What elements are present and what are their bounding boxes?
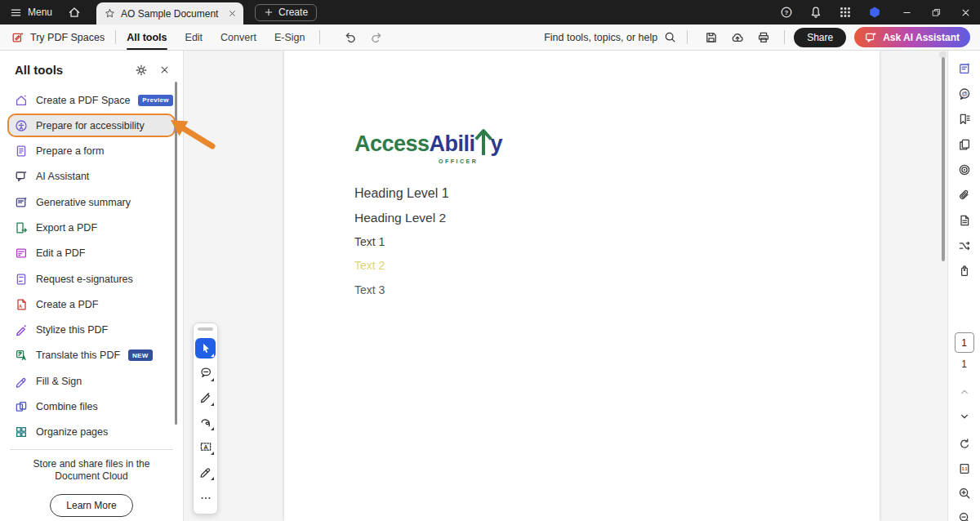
home-button[interactable] <box>60 0 88 24</box>
divider <box>784 30 785 44</box>
zoom-out-button[interactable] <box>954 507 975 521</box>
upload-cloud-button[interactable] <box>726 26 749 49</box>
sidebar-item-translate-this-pdf[interactable]: Translate this PDF NEW <box>7 344 176 367</box>
share-button[interactable]: Share <box>794 28 846 47</box>
form-icon <box>15 145 28 158</box>
sidebar-item-prepare-a-form[interactable]: Prepare a form <box>7 140 176 163</box>
acrobat-logo <box>864 0 885 24</box>
sidebar-item-create-a-pdf[interactable]: Create a PDF <box>7 292 176 316</box>
gear-icon[interactable] <box>135 64 148 77</box>
sidebar-item-request-esignatures[interactable]: Request e-signatures <box>7 267 176 291</box>
pdf-space-icon <box>15 94 28 107</box>
chevron-down-icon <box>958 410 971 423</box>
logo-part-abili: Abili <box>430 133 475 155</box>
undo-icon[interactable] <box>344 30 358 44</box>
cursor-icon <box>199 341 212 354</box>
sidebar-item-prepare-for-accessibility[interactable]: Prepare for accessibility <box>7 114 176 137</box>
logo-part-y: y <box>491 133 503 155</box>
titlebar: Menu AO Sample Document Create <box>0 0 980 24</box>
toolbar: Try PDF Spaces All tools Edit Convert E-… <box>0 24 980 51</box>
learn-more-button[interactable]: Learn More <box>50 494 132 517</box>
page-thumbnails-button[interactable] <box>953 133 976 156</box>
star-icon[interactable] <box>105 8 115 19</box>
divider <box>687 30 688 44</box>
toolbar-drag-handle[interactable] <box>198 327 213 331</box>
apps-button[interactable] <box>835 0 856 24</box>
more-tools-button[interactable] <box>195 488 216 508</box>
search-input[interactable] <box>528 32 657 43</box>
sidebar-item-edit-a-pdf[interactable]: Edit a PDF <box>7 242 176 265</box>
close-window-button[interactable] <box>951 0 980 24</box>
help-icon <box>780 6 793 19</box>
tags-button[interactable] <box>953 260 976 283</box>
redo-icon[interactable] <box>369 30 383 44</box>
zoom-out-icon <box>958 511 971 521</box>
select-tool-button[interactable] <box>195 338 216 358</box>
restore-icon <box>931 7 942 18</box>
next-page-button[interactable] <box>954 406 975 427</box>
previous-page-button[interactable] <box>954 381 975 403</box>
document-scrollbar[interactable] <box>939 51 947 521</box>
pages-icon <box>958 138 971 151</box>
home-icon <box>68 6 81 19</box>
pencil-icon <box>199 390 212 403</box>
comment-icon <box>199 366 212 379</box>
sidebar-item-combine-files[interactable]: Combine files <box>7 395 176 419</box>
sidebar-item-generative-summary[interactable]: Generative summary <box>7 190 176 214</box>
try-pdf-spaces-button[interactable]: Try PDF Spaces <box>0 31 105 44</box>
search-icon[interactable] <box>664 31 676 43</box>
document-tab[interactable]: AO Sample Document <box>96 2 243 24</box>
actions-button[interactable] <box>953 234 976 257</box>
layers-button[interactable] <box>953 209 976 232</box>
plus-icon <box>264 7 274 17</box>
sidebar-scrollbar[interactable] <box>175 82 177 425</box>
ask-ai-assistant-button[interactable]: Ask AI Assistant <box>854 27 970 47</box>
sidebar-item-organize-pages[interactable]: Organize pages <box>7 421 176 444</box>
toolbar-tabs: All tools Edit Convert E-Sign <box>127 24 305 50</box>
highlight-tool-button[interactable] <box>195 387 216 407</box>
item-label: Export a PDF <box>36 222 97 234</box>
help-button[interactable] <box>776 0 797 24</box>
add-comment-tool-button[interactable] <box>195 363 216 383</box>
restore-button[interactable] <box>921 0 951 24</box>
notifications-button[interactable] <box>805 0 826 24</box>
divider <box>10 449 173 450</box>
new-badge: NEW <box>128 350 153 361</box>
preview-badge: Preview <box>138 95 172 106</box>
fill-sign-tool-button[interactable] <box>195 461 216 482</box>
find-tools-search[interactable] <box>528 31 676 43</box>
page-view-button[interactable] <box>954 458 975 479</box>
generative-summary-panel-button[interactable] <box>953 57 976 80</box>
draw-tool-button[interactable] <box>195 412 216 432</box>
scrollbar-thumb[interactable] <box>942 57 945 261</box>
document-tab-title: AO Sample Document <box>121 8 222 20</box>
sidebar-item-export-a-pdf[interactable]: Export a PDF <box>7 216 176 239</box>
tab-convert[interactable]: Convert <box>220 24 256 50</box>
create-pdf-icon <box>15 298 28 311</box>
toolbar-right: Share Ask AI Assistant <box>528 26 980 49</box>
tab-esign[interactable]: E-Sign <box>274 24 305 50</box>
tab-edit[interactable]: Edit <box>185 24 203 50</box>
attachments-button[interactable] <box>953 184 976 207</box>
add-text-tool-button[interactable] <box>195 436 216 456</box>
create-tab-button[interactable]: Create <box>255 4 317 21</box>
save-button[interactable] <box>700 26 723 49</box>
sidebar-item-stylize-this-pdf[interactable]: Stylize this PDF <box>7 318 176 342</box>
sidebar-item-ai-assistant[interactable]: AI Assistant <box>7 165 176 189</box>
comments-panel-button[interactable] <box>953 82 976 105</box>
minimize-button[interactable] <box>892 0 921 24</box>
sidebar-item-create-pdf-space[interactable]: Create a PDF Space Preview <box>7 88 176 112</box>
tab-all-tools[interactable]: All tools <box>127 24 167 50</box>
pdf-page[interactable]: AccessAbiliy OFFICER Heading Level 1 Hea… <box>284 51 880 521</box>
destinations-button[interactable] <box>953 158 976 181</box>
sidebar-item-fill-and-sign[interactable]: Fill & Sign <box>7 369 176 393</box>
rotate-page-button[interactable] <box>954 434 975 455</box>
shuffle-icon <box>958 239 971 252</box>
panel-close-icon[interactable] <box>159 65 170 75</box>
print-button[interactable] <box>752 26 775 49</box>
tab-close-icon[interactable] <box>228 9 237 18</box>
zoom-in-button[interactable] <box>954 483 975 504</box>
menu-button[interactable]: Menu <box>0 0 60 24</box>
bookmarks-panel-button[interactable] <box>953 108 976 131</box>
page-number-input[interactable] <box>955 332 974 353</box>
